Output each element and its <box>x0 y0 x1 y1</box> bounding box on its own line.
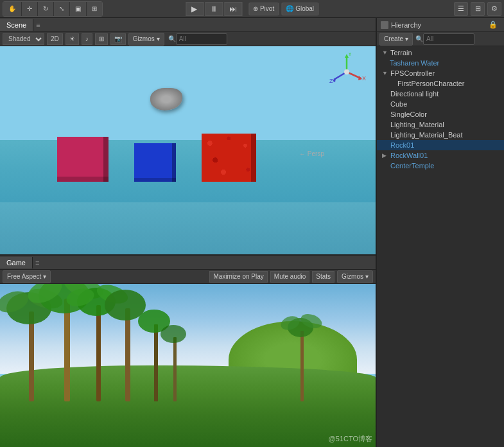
global-icon: 🌐 <box>286 5 293 12</box>
game-view: Game ≡ Free Aspect ▾ Maximize on Play Mu… <box>0 256 376 447</box>
hierarchy-title: Hierarchy <box>391 21 421 29</box>
expand-icon-terrain: ▼ <box>382 49 388 56</box>
hierarchy-toolbar: Create ▾ 🔍 <box>377 32 504 46</box>
lighting-button[interactable]: ☀ <box>65 33 79 45</box>
playback-controls: ▶ ⏸ ⏭ ⊕ Pivot 🌐 Global <box>186 2 318 16</box>
hierarchy-item-directional-light[interactable]: Directional light <box>377 89 504 99</box>
svg-rect-26 <box>173 337 177 401</box>
layout-button[interactable]: ⊞ <box>471 2 485 16</box>
hierarchy-item-fps-controller[interactable]: ▼ FPSController <box>377 68 504 78</box>
rotate-tool[interactable]: ↻ <box>38 2 54 16</box>
hierarchy-item-lighting-material[interactable]: Lighting_Material <box>377 119 504 130</box>
hierarchy-item-lighting-material-beat[interactable]: Lighting_Material_Beat <box>377 130 504 140</box>
hierarchy-item-centertemple[interactable]: CenterTemple <box>377 161 504 171</box>
tab-game[interactable]: Game <box>0 257 33 268</box>
game-gizmos-dropdown[interactable]: Gizmos ▾ <box>337 270 373 283</box>
hierarchy-icon <box>381 21 388 29</box>
scene-canvas[interactable]: Y X Z ← Persp <box>0 46 376 254</box>
hierarchy-item-rock01[interactable]: Rock01 <box>377 140 504 150</box>
hierarchy-header: Hierarchy 🔒 <box>377 18 504 32</box>
scene-search[interactable] <box>176 33 227 45</box>
hierarchy-item-cube[interactable]: Cube <box>377 99 504 109</box>
game-header: Game ≡ <box>0 256 376 270</box>
svg-point-9 <box>344 69 349 74</box>
fx-button[interactable]: ⊞ <box>95 33 108 45</box>
hierarchy-panel: Hierarchy 🔒 Create ▾ 🔍 ▼ Terrain Tashare… <box>376 18 504 447</box>
game-toolbar: Free Aspect ▾ Maximize on Play Mute audi… <box>0 270 376 284</box>
tool-controls: ✋ ✛ ↻ ⤡ ▣ ⊞ <box>0 1 105 17</box>
hierarchy-search[interactable] <box>423 33 474 45</box>
audio-button[interactable]: ♪ <box>82 33 92 45</box>
rect-tool[interactable]: ▣ <box>70 2 87 16</box>
camera-button[interactable]: 📷 <box>110 33 126 45</box>
layers-button[interactable]: ☰ <box>454 2 468 16</box>
mute-audio-btn[interactable]: Mute audio <box>270 271 309 283</box>
hierarchy-item-first-person-char[interactable]: FirstPersonCharacter <box>377 78 504 89</box>
pivot-dropdown[interactable]: ⊕ Pivot <box>248 3 279 15</box>
2d-mode-button[interactable]: 2D <box>47 33 63 45</box>
watermark: @51CTO博客 <box>329 434 372 444</box>
pivot-icon: ⊕ <box>253 5 258 12</box>
gizmos-dropdown[interactable]: Gizmos ▾ <box>128 33 164 46</box>
scene-minimize-icon[interactable]: ≡ <box>33 21 42 29</box>
svg-rect-18 <box>96 305 101 401</box>
svg-text:X: X <box>362 75 366 82</box>
expand-icon-fps: ▼ <box>382 70 388 76</box>
scene-tabs: Scene <box>0 19 33 31</box>
scene-ground <box>0 202 376 254</box>
scene-view: Scene ≡ Shaded 2D ☀ ♪ ⊞ 📷 Gizmos ▾ 🔍 <box>0 18 376 256</box>
play-button[interactable]: ▶ <box>186 2 204 16</box>
transform-tool[interactable]: ⊞ <box>87 2 102 16</box>
svg-rect-10 <box>29 311 34 401</box>
move-tool[interactable]: ✛ <box>22 2 38 16</box>
layout-controls: ☰ ⊞ ⚙ <box>451 2 504 16</box>
main-layout: Scene ≡ Shaded 2D ☀ ♪ ⊞ 📷 Gizmos ▾ 🔍 <box>0 18 504 447</box>
left-panel: Scene ≡ Shaded 2D ☀ ♪ ⊞ 📷 Gizmos ▾ 🔍 <box>0 18 376 447</box>
cube-container <box>38 134 357 182</box>
hierarchy-list: ▼ Terrain Tasharen Water ▼ FPSController… <box>377 46 504 447</box>
maximize-on-play-btn[interactable]: Maximize on Play <box>209 271 267 283</box>
game-trees-svg <box>0 284 376 401</box>
global-dropdown[interactable]: 🌐 Global <box>281 3 318 15</box>
scene-toolbar: Shaded 2D ☀ ♪ ⊞ 📷 Gizmos ▾ 🔍 <box>0 32 376 46</box>
floating-rock <box>150 88 182 110</box>
create-dropdown[interactable]: Create ▾ <box>379 33 413 46</box>
svg-rect-24 <box>154 324 158 401</box>
hierarchy-item-rockwall01[interactable]: ▶ RockWall01 <box>377 150 504 161</box>
game-minimize-icon[interactable]: ≡ <box>33 259 42 267</box>
axis-gizmo[interactable]: Y X Z <box>327 53 366 91</box>
expand-icon-rockwall: ▶ <box>382 152 388 159</box>
svg-text:Y: Y <box>348 53 352 57</box>
svg-marker-7 <box>333 78 336 82</box>
svg-point-27 <box>161 325 186 343</box>
hierarchy-item-tasharen-water[interactable]: Tasharen Water <box>377 58 504 68</box>
svg-rect-14 <box>64 299 70 401</box>
pause-button[interactable]: ⏸ <box>205 2 223 16</box>
pink-cube <box>57 137 109 182</box>
game-canvas[interactable]: @51CTO博客 <box>0 284 376 447</box>
svg-text:Z: Z <box>329 78 333 84</box>
step-button[interactable]: ⏭ <box>224 2 242 16</box>
shading-dropdown[interactable]: Shaded <box>3 33 44 45</box>
scale-tool[interactable]: ⤡ <box>54 2 70 16</box>
hand-tool[interactable]: ✋ <box>3 2 22 16</box>
hierarchy-item-single-color[interactable]: SingleColor <box>377 109 504 119</box>
red-cube <box>202 134 256 182</box>
svg-rect-22 <box>125 308 130 401</box>
top-toolbar: ✋ ✛ ↻ ⤡ ▣ ⊞ ▶ ⏸ ⏭ ⊕ Pivot 🌐 Global ☰ ⊞ ⚙ <box>0 0 504 18</box>
game-tabs: Game <box>0 257 33 268</box>
hierarchy-lock-icon[interactable]: 🔒 <box>486 21 500 29</box>
hierarchy-item-terrain[interactable]: ▼ Terrain <box>377 48 504 58</box>
transform-tools: ✋ ✛ ↻ ⤡ ▣ ⊞ <box>3 1 103 17</box>
svg-point-23 <box>105 290 146 320</box>
aspect-dropdown[interactable]: Free Aspect ▾ <box>3 270 51 283</box>
tab-scene[interactable]: Scene <box>0 19 33 31</box>
svg-rect-28 <box>300 331 304 401</box>
stats-btn[interactable]: Stats <box>312 271 335 283</box>
settings-button[interactable]: ⚙ <box>487 2 501 16</box>
persp-label: ← Persp <box>299 150 324 157</box>
scene-header: Scene ≡ <box>0 18 376 32</box>
blue-cube <box>134 143 176 182</box>
